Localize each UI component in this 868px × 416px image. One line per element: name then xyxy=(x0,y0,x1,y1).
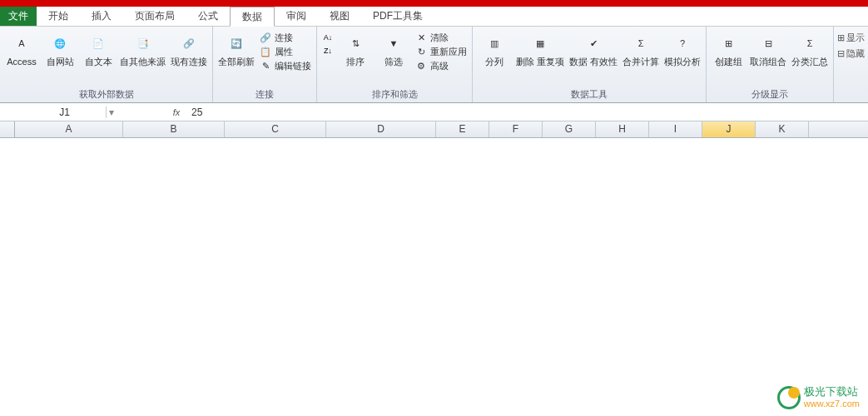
formula-bar: J1 ▾ fx 25 xyxy=(0,103,868,121)
ungroup-icon: ⊟ xyxy=(756,32,780,55)
properties-icon: 📋 xyxy=(260,47,271,58)
tab-layout[interactable]: 页面布局 xyxy=(123,7,186,26)
col-head-I[interactable]: I xyxy=(649,121,702,137)
tab-home[interactable]: 开始 xyxy=(37,7,80,26)
ungroup-button[interactable]: ⊟ 取消组合 xyxy=(750,28,786,67)
tab-view[interactable]: 视图 xyxy=(318,7,361,26)
minus-icon: ⊟ xyxy=(837,48,845,59)
texttocol-icon: ▥ xyxy=(483,32,506,55)
other-button[interactable]: 📑 自其他来源 xyxy=(120,28,166,67)
validation-icon: ✔ xyxy=(582,32,605,55)
name-box[interactable]: J1 xyxy=(23,106,107,118)
col-head-D[interactable]: D xyxy=(326,121,436,137)
tab-pdf[interactable]: PDF工具集 xyxy=(361,7,434,26)
refresh-icon: 🔄 xyxy=(225,32,248,55)
tab-review[interactable]: 审阅 xyxy=(275,7,318,26)
whatif-button[interactable]: ? 模拟分析 xyxy=(664,28,701,67)
texttocol-button[interactable]: ▥ 分列 xyxy=(478,28,511,67)
fx-icon[interactable]: fx xyxy=(166,107,186,117)
col-head-F[interactable]: F xyxy=(489,121,543,137)
dedup-button[interactable]: ▦ 删除 重复项 xyxy=(516,28,564,67)
properties-button[interactable]: 📋属性 xyxy=(260,46,311,58)
subtotal-button[interactable]: Σ 分类汇总 xyxy=(791,28,828,67)
col-head-B[interactable]: B xyxy=(123,121,225,137)
reapply-icon: ↻ xyxy=(415,47,427,58)
spreadsheet: ABCDEFGHIJK xyxy=(0,121,868,138)
group-label-datatools: 数据工具 xyxy=(478,87,701,102)
show-detail-button[interactable]: ⊞显示 xyxy=(837,32,865,44)
group-label-external: 获取外部数据 xyxy=(5,87,207,102)
sort-desc-button[interactable]: Z↓ xyxy=(322,45,334,57)
tab-insert[interactable]: 插入 xyxy=(80,7,123,26)
web-button[interactable]: 🌐 自网站 xyxy=(43,28,77,67)
text-icon: 📄 xyxy=(87,32,110,55)
connections-button[interactable]: 🔗连接 xyxy=(260,32,311,44)
sort-za-icon: Z↓ xyxy=(322,45,334,57)
col-head-H[interactable]: H xyxy=(596,121,649,137)
whatif-icon: ? xyxy=(671,32,694,55)
group-label-sortfilter: 排序和筛选 xyxy=(322,87,467,102)
col-head-E[interactable]: E xyxy=(436,121,489,137)
hide-detail-button[interactable]: ⊟隐藏 xyxy=(837,47,865,60)
sort-button[interactable]: ⇅ 排序 xyxy=(339,28,372,67)
ribbon-tabs: 文件 开始 插入 页面布局 公式 数据 审阅 视图 PDF工具集 xyxy=(0,7,868,27)
advanced-button[interactable]: ⚙高级 xyxy=(415,60,467,72)
sort-icon: ⇅ xyxy=(344,32,367,55)
connections-icon: 🔗 xyxy=(260,32,271,44)
col-head-C[interactable]: C xyxy=(225,121,326,137)
ribbon: A Access 🌐 自网站 📄 自文本 📑 自其他来源 🔗 现有连接 获取外部… xyxy=(0,27,868,103)
group-label-connections: 连接 xyxy=(218,87,311,102)
group-button[interactable]: ⊞ 创建组 xyxy=(712,28,745,67)
filter-button[interactable]: ▼ 筛选 xyxy=(377,28,410,67)
other-icon: 📑 xyxy=(131,32,155,55)
existing-icon: 🔗 xyxy=(177,32,201,55)
group-icon: ⊞ xyxy=(717,32,740,55)
refresh-all-button[interactable]: 🔄 全部刷新 xyxy=(218,28,255,67)
subtotal-icon: Σ xyxy=(798,32,821,55)
filter-icon: ▼ xyxy=(382,32,405,55)
editlinks-icon: ✎ xyxy=(260,61,271,72)
col-head-J[interactable]: J xyxy=(702,121,756,137)
formula-input[interactable]: 25 xyxy=(186,106,868,118)
existing-button[interactable]: 🔗 现有连接 xyxy=(171,28,207,67)
col-head-G[interactable]: G xyxy=(543,121,596,137)
sort-az-icon: A↓ xyxy=(322,32,334,43)
select-all-corner[interactable] xyxy=(0,121,15,137)
group-label-outline: 分级显示 xyxy=(712,87,828,102)
reapply-button[interactable]: ↻重新应用 xyxy=(415,46,467,58)
consolidate-button[interactable]: Σ 合并计算 xyxy=(622,28,659,67)
watermark-logo-icon xyxy=(777,386,801,409)
tab-file[interactable]: 文件 xyxy=(0,7,37,26)
clear-button[interactable]: ✕清除 xyxy=(415,32,467,44)
plus-icon: ⊞ xyxy=(837,32,845,43)
watermark: 极光下载站 www.xz7.com xyxy=(777,386,860,409)
tab-data[interactable]: 数据 xyxy=(230,7,275,27)
text-button[interactable]: 📄 自文本 xyxy=(82,28,115,67)
sort-asc-button[interactable]: A↓ xyxy=(322,32,334,43)
access-icon: A xyxy=(10,32,33,55)
watermark-url: www.xz7.com xyxy=(804,398,860,409)
dedup-icon: ▦ xyxy=(528,32,552,55)
editlinks-button[interactable]: ✎编辑链接 xyxy=(260,60,311,72)
col-head-A[interactable]: A xyxy=(15,121,123,137)
clear-icon: ✕ xyxy=(415,32,427,44)
advanced-icon: ⚙ xyxy=(415,61,427,72)
web-icon: 🌐 xyxy=(48,32,72,55)
access-button[interactable]: A Access xyxy=(5,28,38,67)
validation-button[interactable]: ✔ 数据 有效性 xyxy=(569,28,618,67)
consolidate-icon: Σ xyxy=(629,32,652,55)
watermark-name: 极光下载站 xyxy=(804,386,860,398)
col-head-K[interactable]: K xyxy=(756,121,809,137)
tab-formula[interactable]: 公式 xyxy=(186,7,230,26)
